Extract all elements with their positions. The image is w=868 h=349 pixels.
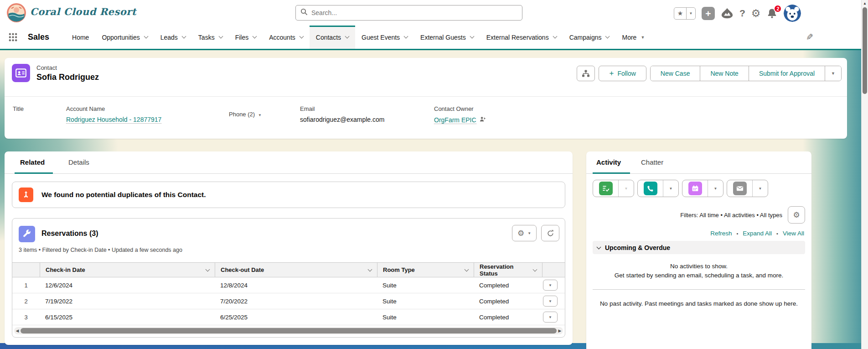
nav-tab-tasks[interactable]: Tasks [192,26,229,49]
new-case-button[interactable]: New Case [651,66,700,81]
nav-tab-external-guests[interactable]: External Guests [414,26,480,49]
favorites-caret-button[interactable]: ▼ [686,8,695,19]
log-call-caret-button[interactable]: ▼ [663,180,678,197]
activity-tabset: Activity Chatter [586,151,811,174]
guidance-center-button[interactable] [721,7,734,19]
scrollbar-thumb[interactable] [863,7,867,94]
chevron-down-icon [470,34,474,39]
upcoming-overdue-section-header[interactable]: Upcoming & Overdue [593,241,805,254]
submit-for-approval-button[interactable]: Submit for Approval [749,66,825,81]
row-action-button[interactable]: ▼ [543,280,558,291]
nav-tab-contacts[interactable]: Contacts [310,26,355,49]
tab-activity[interactable]: Activity [596,158,621,166]
filters-summary: Filters: All time • All activities • All… [680,212,782,219]
activity-settings-gear-button[interactable]: ⚙ [788,206,805,224]
nav-tab-home[interactable]: Home [66,26,95,49]
record-name: Sofia Rodriguez [36,73,99,82]
divider [5,96,847,97]
column-header-reservation-status[interactable]: Reservation Status [474,263,542,277]
field-title: Title [13,105,24,116]
view-all-link[interactable]: View All [783,230,804,237]
reservations-title[interactable]: Reservations (3) [41,229,98,238]
follow-button[interactable]: + Follow [599,66,646,81]
account-name-link[interactable]: Rodriguez Household - 12877917 [66,116,161,124]
new-note-button[interactable]: New Note [700,66,748,81]
hierarchy-button[interactable] [577,66,595,81]
column-header-check-in[interactable]: Check-in Date [40,263,215,277]
refresh-link[interactable]: Refresh [710,230,732,237]
nav-tab-campaigns[interactable]: Campaigns [563,26,616,49]
user-avatar-button[interactable] [784,5,801,22]
tab-details[interactable]: Details [68,158,89,166]
list-settings-gear-button[interactable]: ⚙ ▼ [512,225,537,241]
field-contact-owner: Contact Owner OrgFarm EPIC [434,105,486,124]
room-type-cell: Suite [377,314,474,321]
phone-dropdown-trigger[interactable]: Phone (2)▼ [229,111,262,118]
activity-filters-row: Filters: All time • All activities • All… [586,206,805,224]
reservations-meta: 3 items • Filtered by Check-in Date • Up… [19,247,182,253]
email-value[interactable]: sofiarodriguez@example.com [300,116,384,123]
global-actions-button[interactable]: + [702,7,715,20]
nav-tab-accounts[interactable]: Accounts [263,26,310,49]
row-action-button[interactable]: ▼ [543,296,558,307]
scrollbar-thumb[interactable] [21,328,557,333]
setup-gear-button[interactable]: ⚙ [751,7,761,20]
task-caret-button[interactable]: ▼ [618,180,634,197]
favorites-star-button[interactable]: ★ [674,10,686,17]
log-call-split-button: ▼ [637,180,679,197]
related-panel: Related Details We found no potential du… [5,151,573,345]
check-in-cell: 12/6/2024 [40,282,215,289]
new-event-caret-button[interactable]: ▼ [708,180,723,197]
chevron-down-icon [404,34,408,39]
row-action-button[interactable]: ▼ [543,312,558,323]
refresh-list-button[interactable] [541,225,559,241]
window-scrollbar[interactable]: ▲ [861,0,868,349]
table-header-row: Check-in Date Check-out Date Room Type R… [12,262,565,277]
scroll-left-arrow[interactable]: ◀ [14,328,21,333]
status-cell: Completed [474,314,542,321]
log-call-button[interactable] [638,180,663,197]
expand-all-link[interactable]: Expand All [743,230,772,237]
scroll-up-arrow[interactable]: ▲ [862,1,868,5]
change-owner-icon[interactable] [479,116,486,124]
nav-tab-leads[interactable]: Leads [154,26,192,49]
email-button[interactable] [727,180,752,197]
chevron-down-icon [253,34,257,39]
separator-dot: • [776,231,778,236]
chevron-down-icon [605,34,610,39]
room-type-cell: Suite [377,282,474,289]
column-header-room-type[interactable]: Room Type [377,263,474,277]
nav-tab-guest-events[interactable]: Guest Events [355,26,414,49]
chevron-down-icon [553,34,557,39]
scroll-right-arrow[interactable]: ▶ [557,328,563,333]
tab-related[interactable]: Related [20,158,45,166]
global-search[interactable] [295,5,522,21]
chevron-down-icon [597,245,601,249]
phone-icon [644,182,657,195]
more-actions-caret-button[interactable]: ▼ [825,66,841,81]
nav-tab-opportunities[interactable]: Opportunities [95,26,154,49]
header-actions: ★ ▼ + ? ⚙ 2 [674,5,801,22]
contact-owner-link[interactable]: OrgFarm EPIC [434,116,476,124]
new-task-button[interactable] [593,180,618,197]
chevron-down-icon [368,267,372,271]
app-launcher-button[interactable] [8,32,18,42]
new-event-button[interactable] [682,180,708,197]
search-input[interactable] [311,9,517,16]
help-button[interactable]: ? [739,8,745,19]
entity-label: Contact [36,64,57,71]
email-caret-button[interactable]: ▼ [752,180,768,197]
table-row: 2 7/19/2022 7/20/2022 Suite Completed ▼ [12,293,565,309]
tab-chatter[interactable]: Chatter [641,158,663,166]
chevron-down-icon [144,34,148,39]
chevron-down-icon [533,267,537,271]
notifications-button[interactable]: 2 [766,8,778,19]
edit-navigation-pencil-button[interactable]: ✎ [806,32,813,42]
nav-tab-files[interactable]: Files [229,26,263,49]
nav-tab-more[interactable]: More▼ [615,26,651,49]
caret-down-icon: ▼ [258,113,262,117]
nav-tab-external-reservations[interactable]: External Reservations [480,26,563,49]
horizontal-scrollbar[interactable]: ◀ ▶ [14,327,563,334]
chevron-down-icon [345,34,350,39]
column-header-check-out[interactable]: Check-out Date [215,263,377,277]
